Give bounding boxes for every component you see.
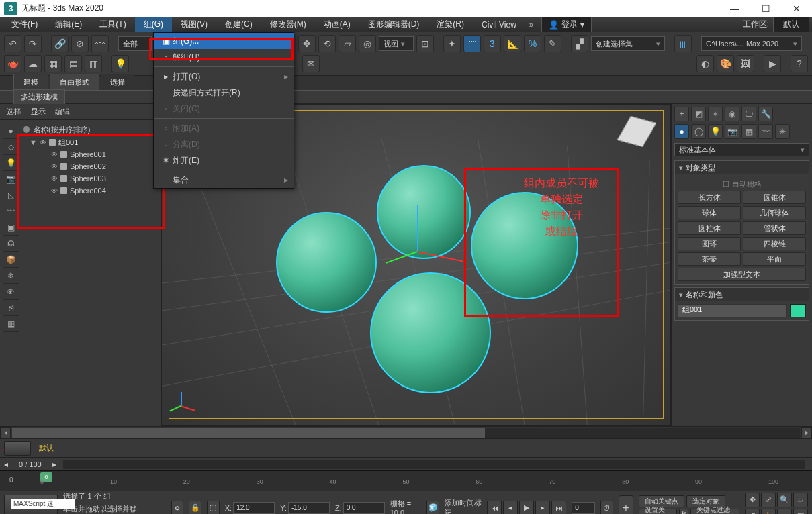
filter-cameras-icon[interactable]: 📷 xyxy=(3,171,19,187)
y-input[interactable]: -15.0 xyxy=(288,502,330,514)
helpers-category-icon[interactable]: ▦ xyxy=(741,124,756,139)
walk-through-button[interactable]: 🚶 xyxy=(761,509,776,515)
menu-view[interactable]: 视图(V) xyxy=(172,17,216,32)
menuitem-open[interactable]: ▸打开(O)▸ xyxy=(154,68,294,85)
spacewarps-category-icon[interactable]: 〰 xyxy=(758,124,773,139)
filter-frozen-icon[interactable]: ❄ xyxy=(3,268,19,284)
play-button[interactable]: ▶ xyxy=(519,501,534,515)
ribbon-subtab-polymodel[interactable]: 多边形建模 xyxy=(13,89,65,105)
left-hscrollbar[interactable]: ◂ ▸ xyxy=(0,426,812,438)
hierarchy-tab-icon[interactable]: ⌖ xyxy=(708,107,723,121)
redo-button[interactable]: ↷ xyxy=(24,35,42,52)
create-sphere-button[interactable]: 球体 xyxy=(678,206,741,219)
display-tab-icon[interactable]: 🖵 xyxy=(741,107,756,121)
field-of-view-button[interactable]: ▱ xyxy=(793,493,808,507)
modify-tab-icon[interactable]: ◩ xyxy=(691,107,706,121)
filter-shapes-icon[interactable]: ◇ xyxy=(3,139,19,155)
link-button[interactable]: 🔗 xyxy=(51,35,69,52)
track-next-button[interactable]: ▸ xyxy=(52,460,56,469)
teapot-icon[interactable]: 🫖 xyxy=(4,55,21,72)
material-editor-button[interactable]: 🎨 xyxy=(717,55,734,72)
percent-snap-button[interactable]: 📐 xyxy=(504,35,521,52)
z-input[interactable]: 0.0 xyxy=(343,502,385,514)
create-textplus-button[interactable]: 加强型文本 xyxy=(678,268,806,281)
zoom-extents-button[interactable]: ⤢ xyxy=(761,493,776,507)
pan-view-button[interactable]: ✥ xyxy=(745,493,760,507)
maxscript-listener[interactable]: MAXScript 迷 xyxy=(11,499,75,509)
menu-create[interactable]: 创建(C) xyxy=(216,17,261,32)
create-torus-button[interactable]: 圆环 xyxy=(678,237,741,250)
rollout-header[interactable]: ▾名称和颜色 xyxy=(675,288,809,301)
menu-render[interactable]: 渲染(R) xyxy=(428,17,473,32)
create-cone-button[interactable]: 圆锥体 xyxy=(743,191,806,204)
tree-sort-header[interactable]: 名称(按升序排序) xyxy=(19,123,159,136)
ref-coord-system[interactable]: 视图▾ xyxy=(379,36,414,51)
workspace-select[interactable]: 默认 xyxy=(773,17,809,32)
tree-node-group[interactable]: ▼ 👁 组001 xyxy=(19,136,159,148)
close-button[interactable]: ✕ xyxy=(781,0,812,17)
geometry-category-icon[interactable]: ● xyxy=(674,124,689,139)
lock-button[interactable]: 🔒 xyxy=(189,501,201,515)
time-slider-track[interactable] xyxy=(63,460,805,469)
layer-swatch[interactable] xyxy=(4,441,31,456)
menuitem-ungroup[interactable]: ▫解组(U) xyxy=(154,49,294,65)
add-time-tag[interactable]: 添加时间标记 xyxy=(445,498,482,515)
create-geosphere-button[interactable]: 几何球体 xyxy=(743,206,806,219)
goto-end-button[interactable]: ⏭ xyxy=(551,501,566,515)
menuitem-assembly[interactable]: 集合▸ xyxy=(154,172,294,188)
menu-file[interactable]: 文件(F) xyxy=(3,17,46,32)
menu-animation[interactable]: 动画(A) xyxy=(315,17,359,32)
menuitem-group[interactable]: ▣组(G)... xyxy=(154,33,294,49)
tree-node-sphere[interactable]: 👁Sphere002 xyxy=(19,160,159,172)
menu-civilview[interactable]: Civil View xyxy=(473,18,525,32)
sphere-object[interactable] xyxy=(377,165,471,259)
cameras-category-icon[interactable]: 📷 xyxy=(725,124,739,139)
select-rotate-button[interactable]: ⟲ xyxy=(318,35,336,52)
tab-edit[interactable]: 编辑 xyxy=(55,107,70,117)
prev-frame-button[interactable]: ◂ xyxy=(503,501,518,515)
setkey-button[interactable]: 设置关键点 xyxy=(639,509,677,515)
autogrid-checkbox[interactable]: ☐ 自动栅格 xyxy=(678,177,806,191)
named-selection-set[interactable]: 创建选择集▾ xyxy=(591,36,665,51)
visibility-icon[interactable]: 👁 xyxy=(51,163,58,170)
select-scale-button[interactable]: ▱ xyxy=(339,35,356,52)
filter-spacewarps-icon[interactable]: 〰 xyxy=(3,203,19,219)
filter-containers-icon[interactable]: 📦 xyxy=(3,252,19,268)
create-box-button[interactable]: 长方体 xyxy=(678,191,741,204)
set-key-big-button[interactable]: + xyxy=(619,495,633,515)
create-plane-button[interactable]: 平面 xyxy=(743,252,806,266)
layer-name[interactable]: 默认 xyxy=(35,443,58,453)
angle-snap-button[interactable]: 3 xyxy=(484,35,501,52)
goto-start-button[interactable]: ⏮ xyxy=(487,501,502,515)
visibility-icon[interactable]: 👁 xyxy=(51,175,58,183)
filter-xref-icon[interactable]: ⎘ xyxy=(3,300,19,316)
menu-edit[interactable]: 编辑(E) xyxy=(46,17,91,32)
mirror-button[interactable]: ▞ xyxy=(571,35,588,52)
tab-display[interactable]: 显示 xyxy=(31,107,46,117)
tree-expand-icon[interactable]: ▼ xyxy=(30,138,37,146)
x-input[interactable]: 12.0 xyxy=(233,502,275,514)
sphere-icon-button[interactable]: ◐ xyxy=(696,55,714,72)
menu-tools[interactable]: 工具(T) xyxy=(91,17,134,32)
utilities-tab-icon[interactable]: 🔧 xyxy=(758,107,773,121)
tab-select[interactable]: 选择 xyxy=(7,107,21,117)
z-axis-gizmo[interactable] xyxy=(417,205,418,252)
tree-node-sphere[interactable]: 👁Sphere003 xyxy=(19,172,159,185)
systems-category-icon[interactable]: ✳ xyxy=(775,124,790,139)
select-manipulate-button[interactable]: ✦ xyxy=(443,35,461,52)
project-path[interactable]: C:\Users\… Max 2020▾ xyxy=(701,36,802,51)
filter-hidden-icon[interactable]: 👁 xyxy=(3,284,19,300)
envelope-icon[interactable]: ✉ xyxy=(302,55,320,72)
motion-tab-icon[interactable]: ◉ xyxy=(725,107,739,121)
create-cylinder-button[interactable]: 圆柱体 xyxy=(678,221,741,235)
select-move-button[interactable]: ✥ xyxy=(298,35,316,52)
key-filters-button[interactable]: 关键点过滤器… xyxy=(690,509,739,515)
next-frame-button[interactable]: ▸ xyxy=(535,501,550,515)
zoom-region-button[interactable]: ◫ xyxy=(793,509,808,515)
scroll-track[interactable] xyxy=(12,428,800,438)
visibility-icon[interactable]: 👁 xyxy=(51,187,58,195)
filter-groups-icon[interactable]: ▣ xyxy=(3,219,19,236)
filter-geometry-icon[interactable]: ● xyxy=(3,123,19,139)
subcategory-dropdown[interactable]: 标准基本体 ▾ xyxy=(674,143,809,156)
visibility-icon[interactable]: 👁 xyxy=(40,139,46,146)
